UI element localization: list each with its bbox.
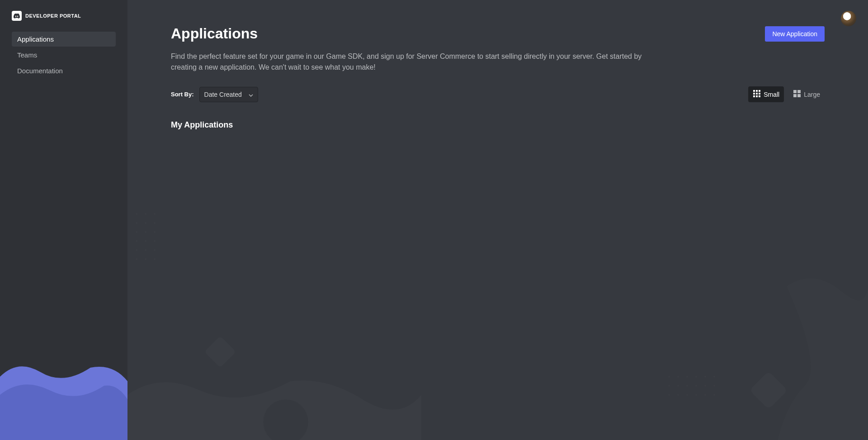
svg-rect-47 <box>759 95 760 97</box>
svg-rect-41 <box>759 90 760 92</box>
sidebar-item-documentation[interactable]: Documentation <box>12 63 116 78</box>
view-large-label: Large <box>804 91 820 98</box>
view-small-button[interactable]: Small <box>748 86 784 102</box>
svg-point-11 <box>154 240 156 242</box>
sidebar-nav: Applications Teams Documentation <box>0 29 127 81</box>
controls-row: Sort By: Date Created Small <box>171 86 825 102</box>
svg-rect-42 <box>753 93 755 95</box>
svg-point-3 <box>136 222 137 224</box>
chevron-down-icon <box>249 91 253 98</box>
sidebar-wave-decoration <box>0 322 127 440</box>
svg-point-5 <box>154 222 156 224</box>
discord-logo-icon <box>12 11 22 21</box>
svg-point-25 <box>713 376 715 378</box>
svg-rect-38 <box>750 371 788 410</box>
svg-point-10 <box>145 240 146 242</box>
sort-group: Sort By: Date Created <box>171 87 258 102</box>
view-toggle: Small Large <box>748 86 825 102</box>
nav-label: Teams <box>17 51 37 59</box>
svg-point-35 <box>695 394 697 396</box>
svg-point-19 <box>263 399 308 440</box>
sidebar-header: DEVELOPER PORTAL <box>0 0 127 29</box>
svg-point-29 <box>695 385 697 387</box>
grid-large-icon <box>793 90 801 99</box>
svg-point-6 <box>136 231 137 233</box>
sidebar: DEVELOPER PORTAL Applications Teams Docu… <box>0 0 127 440</box>
svg-point-20 <box>668 376 670 378</box>
svg-rect-51 <box>797 94 801 97</box>
svg-point-27 <box>677 385 679 387</box>
svg-point-4 <box>145 222 146 224</box>
section-title: My Applications <box>171 120 825 130</box>
main-content: Applications New Application Find the pe… <box>127 0 868 440</box>
page-title: Applications <box>171 25 258 42</box>
view-small-label: Small <box>764 91 779 98</box>
svg-point-32 <box>668 394 670 396</box>
sidebar-item-teams[interactable]: Teams <box>12 47 116 62</box>
new-application-button[interactable]: New Application <box>765 26 825 42</box>
svg-point-36 <box>704 394 706 396</box>
svg-point-0 <box>136 213 137 215</box>
sort-label: Sort By: <box>171 91 194 98</box>
svg-rect-40 <box>756 90 758 92</box>
nav-label: Documentation <box>17 67 63 75</box>
svg-point-30 <box>704 385 706 387</box>
svg-point-33 <box>677 394 679 396</box>
svg-rect-18 <box>204 336 236 368</box>
svg-point-12 <box>136 249 137 251</box>
svg-point-28 <box>686 385 688 387</box>
svg-rect-48 <box>793 90 797 93</box>
svg-point-14 <box>154 249 156 251</box>
svg-rect-50 <box>793 94 797 97</box>
svg-point-9 <box>136 240 137 242</box>
svg-point-24 <box>704 376 706 378</box>
svg-point-23 <box>695 376 697 378</box>
sidebar-item-applications[interactable]: Applications <box>12 32 116 47</box>
svg-point-31 <box>713 385 715 387</box>
svg-rect-44 <box>759 93 760 95</box>
background-decoration-left <box>127 205 421 440</box>
svg-point-34 <box>686 394 688 396</box>
svg-point-37 <box>713 394 715 396</box>
svg-point-17 <box>154 258 156 260</box>
portal-title: DEVELOPER PORTAL <box>25 13 81 19</box>
title-row: Applications New Application <box>171 25 825 42</box>
grid-small-icon <box>753 90 761 99</box>
svg-point-21 <box>677 376 679 378</box>
svg-rect-46 <box>756 95 758 97</box>
svg-point-16 <box>145 258 146 260</box>
svg-rect-45 <box>753 95 755 97</box>
svg-rect-43 <box>756 93 758 95</box>
nav-label: Applications <box>17 35 54 43</box>
background-decoration-right <box>651 241 868 440</box>
svg-rect-49 <box>797 90 801 93</box>
sort-select[interactable]: Date Created <box>199 87 258 102</box>
svg-point-8 <box>154 231 156 233</box>
view-large-button[interactable]: Large <box>788 86 825 102</box>
svg-point-26 <box>668 385 670 387</box>
svg-rect-39 <box>753 90 755 92</box>
svg-point-1 <box>145 213 146 215</box>
svg-point-2 <box>154 213 156 215</box>
svg-point-22 <box>686 376 688 378</box>
page-description: Find the perfect feature set for your ga… <box>171 51 650 73</box>
sort-value: Date Created <box>204 91 242 98</box>
svg-point-15 <box>136 258 137 260</box>
svg-point-13 <box>145 249 146 251</box>
user-avatar[interactable] <box>841 11 856 26</box>
svg-point-7 <box>145 231 146 233</box>
